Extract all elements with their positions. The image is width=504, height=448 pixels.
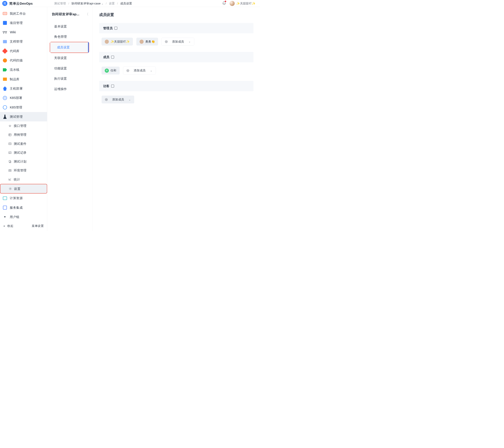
section-header: 成员 <box>99 52 253 62</box>
sidebar-subitem[interactable]: 测试记录 <box>0 148 47 157</box>
sidebar-subitem-label: 用例管理 <box>14 133 27 137</box>
sidebar-item-wiki[interactable]: ᐁᐁWiki <box>0 28 47 37</box>
sidebar-subitem[interactable]: 测试计划 <box>0 157 47 166</box>
brand-logo-icon: 简 <box>2 1 7 6</box>
sidebar-subitem-label: 测试套件 <box>14 142 27 146</box>
sidebar-subitem[interactable]: 设置 <box>0 184 47 193</box>
sidebar-item-k8sd[interactable]: K8S部署 <box>0 93 47 103</box>
settings-tab[interactable]: 成员设置 <box>50 42 89 52</box>
sidebar: 我的工作台项目管理ᐁᐁWiki文档管理代码库代码扫描流水线制品库主机部署K8S部… <box>0 7 47 231</box>
chevron-down-icon: ⌄ <box>129 98 131 101</box>
compute-icon <box>2 196 7 201</box>
sidebar-item-label: 制品库 <box>10 77 19 81</box>
topbar: 简 简单云DevOps 测试管理 / 协同研发评审api-case ⌄ / 设置… <box>0 0 260 7</box>
section-admins: 管理员✨关甜甜吖✨勇勇👏添加成员⌄ <box>99 23 253 51</box>
settings-tab[interactable]: 运维操作 <box>47 84 92 94</box>
svg-point-0 <box>10 126 10 127</box>
add-member-label: 添加成员 <box>172 40 184 44</box>
subitem-icon <box>8 178 12 181</box>
chevron-left-double-icon: « <box>3 224 5 228</box>
page-title: 成员设置 <box>99 12 253 17</box>
scan-icon <box>2 58 7 63</box>
sidebar-item-label: 用户组 <box>10 215 19 219</box>
back-button[interactable]: 〈 <box>85 12 89 17</box>
notification-bell[interactable] <box>222 1 226 6</box>
sidebar-subitem-label: 设置 <box>14 186 20 191</box>
sidebar-collapse[interactable]: « 收起 <box>3 224 13 228</box>
sidebar-item-code[interactable]: 代码库 <box>0 46 47 56</box>
add-member-button[interactable]: 添加成员⌄ <box>162 38 194 46</box>
sidebar-subitem-label: 统计 <box>14 177 20 182</box>
sidebar-subitem[interactable]: 统计 <box>0 175 47 184</box>
settings-tab[interactable]: 执行设置 <box>47 73 92 84</box>
sidebar-subitem-label: 环境管理 <box>14 168 27 173</box>
add-member-button[interactable]: 添加成员⌄ <box>102 96 134 104</box>
plus-icon <box>105 98 108 101</box>
sidebar-item-doc[interactable]: 文档管理 <box>0 37 47 46</box>
subitem-icon <box>8 133 12 136</box>
sidebar-item-project[interactable]: 项目管理 <box>0 18 47 28</box>
breadcrumb-settings[interactable]: 设置 <box>109 1 115 5</box>
sidebar-item-label: 文档管理 <box>10 39 23 44</box>
sidebar-subitem-label: 测试记录 <box>14 151 27 155</box>
breadcrumb-project[interactable]: 协同研发评审api-case ⌄ <box>72 1 103 5</box>
member-row: 添加成员⌄ <box>99 91 253 109</box>
add-member-label: 添加成员 <box>112 98 124 102</box>
avatar-icon <box>230 1 235 6</box>
subitem-icon <box>8 124 12 127</box>
sidebar-item-label: 服务集成 <box>10 205 23 210</box>
sidebar-item-label: 主机部署 <box>10 87 23 91</box>
breadcrumb-root[interactable]: 测试管理 <box>54 1 66 5</box>
user-menu[interactable]: ✨关甜甜吖✨ <box>230 1 255 6</box>
settings-tab[interactable]: 关联设置 <box>47 53 92 63</box>
plus-icon <box>165 40 167 43</box>
breadcrumbs: 测试管理 / 协同研发评审api-case ⌄ / 设置 / 成员设置 <box>47 1 222 5</box>
usergrp-icon: ⚭ <box>2 215 7 219</box>
main-content: 成员设置 管理员✨关甜甜吖✨勇勇👏添加成员⌄成员R任和添加成员⌄访客添加成员⌄ <box>92 7 260 231</box>
breadcrumb-current: 成员设置 <box>120 1 132 5</box>
sidebar-item-pipe[interactable]: 流水线 <box>0 65 47 74</box>
settings-tab[interactable]: 角色管理 <box>47 32 92 42</box>
sidebar-item-scan[interactable]: 代码扫描 <box>0 56 47 65</box>
member-chip[interactable]: R任和 <box>102 67 120 74</box>
member-name: 任和 <box>110 69 116 72</box>
menu-settings-link[interactable]: 菜单设置 <box>32 224 44 228</box>
sidebar-item-workbench[interactable]: 我的工作台 <box>0 9 47 18</box>
sidebar-item-compute[interactable]: 计算资源 <box>0 194 47 203</box>
k8sd-icon <box>2 96 7 100</box>
sidebar-item-k8sm[interactable]: K8S管理 <box>0 103 47 112</box>
member-row: R任和添加成员⌄ <box>99 62 253 80</box>
settings-tab[interactable]: 基本设置 <box>47 21 92 32</box>
shield-icon <box>114 27 117 30</box>
chevron-down-icon: ⌄ <box>189 40 191 43</box>
settings-tab[interactable]: 功能设置 <box>47 63 92 73</box>
sidebar-subitem-label: 测试计划 <box>14 160 27 164</box>
member-name: ✨关甜甜吖✨ <box>110 40 130 44</box>
sidebar-subitem[interactable]: 测试套件 <box>0 139 47 148</box>
sidebar-item-usergrp[interactable]: ⚭用户组 <box>0 212 47 222</box>
add-member-button[interactable]: 添加成员⌄ <box>123 67 156 74</box>
sidebar-item-label: Wiki <box>10 30 16 34</box>
sidebar-subitem[interactable]: 用例管理 <box>0 130 47 139</box>
collapse-label: 收起 <box>7 224 13 228</box>
section-header: 管理员 <box>99 23 253 33</box>
product-icon <box>2 77 7 82</box>
member-chip[interactable]: 勇勇👏 <box>136 38 158 46</box>
sidebar-subitem[interactable]: 环境管理 <box>0 166 47 175</box>
sidebar-item-test[interactable]: 测试管理 <box>0 112 47 121</box>
section-members: 成员R任和添加成员⌄ <box>99 52 253 80</box>
workbench-icon <box>2 11 7 16</box>
brand[interactable]: 简 简单云DevOps <box>0 1 47 6</box>
add-member-label: 添加成员 <box>134 69 146 72</box>
project-icon <box>2 20 7 25</box>
sidebar-subitem[interactable]: 接口管理 <box>0 121 47 130</box>
sidebar-item-label: K8S管理 <box>10 105 22 109</box>
sidebar-item-product[interactable]: 制品库 <box>0 74 47 84</box>
wiki-icon: ᐁᐁ <box>2 30 7 35</box>
test-icon <box>2 114 7 119</box>
sidebar-item-host[interactable]: 主机部署 <box>0 84 47 93</box>
member-chip[interactable]: ✨关甜甜吖✨ <box>102 38 133 46</box>
section-header: 访客 <box>99 81 253 91</box>
member-name: 勇勇👏 <box>145 40 155 44</box>
sidebar-item-service[interactable]: 服务集成 <box>0 203 47 212</box>
